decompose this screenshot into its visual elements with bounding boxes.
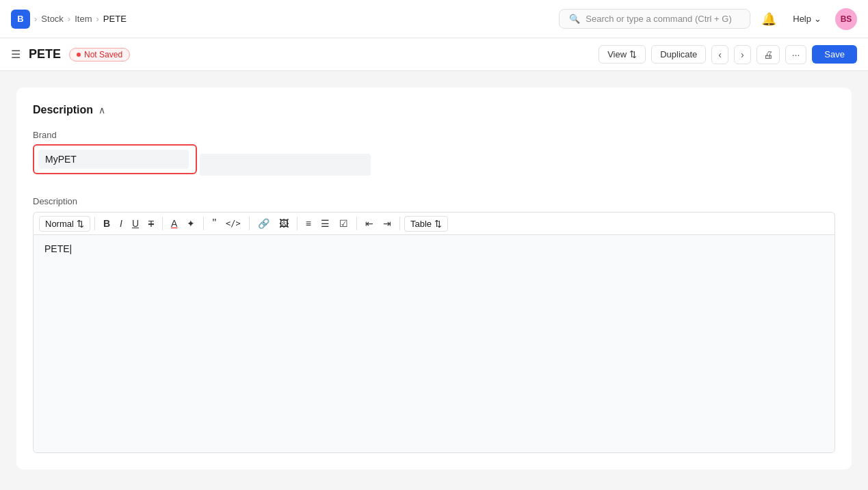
breadcrumb-current: PETE <box>103 14 127 24</box>
editor-area[interactable]: PETE <box>33 234 835 453</box>
breadcrumb-area: B › Stock › Item › PETE <box>11 10 127 29</box>
description-card: Description ∧ Brand Description Normal ⇅… <box>16 87 852 469</box>
divider-5 <box>297 217 298 230</box>
search-icon: 🔍 <box>569 14 580 24</box>
view-chevron-icon: ⇅ <box>629 49 637 59</box>
format-select[interactable]: Normal ⇅ <box>39 216 90 232</box>
bold-button[interactable]: B <box>99 216 114 231</box>
nav-right-area: 🔍 Search or type a command (Ctrl + G) 🔔 … <box>559 8 857 30</box>
breadcrumb-stock[interactable]: Stock <box>41 14 64 24</box>
help-button[interactable]: Help ⌄ <box>787 11 827 27</box>
table-chevron-icon: ⇅ <box>434 219 442 229</box>
divider-3 <box>203 217 204 230</box>
top-navigation: B › Stock › Item › PETE 🔍 Search or type… <box>0 0 868 38</box>
indent-left-button[interactable]: ⇤ <box>361 216 378 231</box>
help-label: Help <box>793 14 811 24</box>
badge-dot <box>77 53 81 57</box>
main-content: Description ∧ Brand Description Normal ⇅… <box>0 71 868 490</box>
section-header: Description ∧ <box>33 104 835 116</box>
next-button[interactable]: › <box>734 45 751 64</box>
indent-right-button[interactable]: ⇥ <box>379 216 395 231</box>
sep-2: › <box>68 14 70 24</box>
page-title: PETE <box>29 47 61 62</box>
brand-field-container: Brand <box>33 130 835 185</box>
brand-input[interactable] <box>38 150 189 169</box>
italic-button[interactable]: I <box>116 216 127 231</box>
divider-1 <box>94 217 95 230</box>
breadcrumb-item[interactable]: Item <box>75 14 92 24</box>
not-saved-badge: Not Saved <box>69 48 130 62</box>
section-title: Description <box>33 104 93 116</box>
sep-3: › <box>96 14 99 24</box>
search-placeholder: Search or type a command (Ctrl + G) <box>586 14 732 24</box>
format-label: Normal <box>45 219 74 229</box>
table-label: Table <box>410 219 432 229</box>
divider-6 <box>356 217 357 230</box>
description-label: Description <box>33 196 835 206</box>
sep-1: › <box>34 14 37 24</box>
underline-button[interactable]: U <box>128 216 143 231</box>
help-chevron-icon: ⌄ <box>814 14 821 24</box>
format-chevron-icon: ⇅ <box>77 219 84 229</box>
editor-content[interactable]: PETE <box>44 243 824 254</box>
unordered-list-button[interactable]: ☰ <box>317 216 334 231</box>
sec-nav-left: ☰ PETE Not Saved <box>11 47 130 62</box>
more-button[interactable]: ··· <box>785 45 807 64</box>
view-label: View <box>607 49 627 59</box>
duplicate-label: Duplicate <box>660 49 697 59</box>
strikethrough-button[interactable]: T̶ <box>144 217 158 231</box>
app-logo[interactable]: B <box>11 10 30 29</box>
editor-toolbar: Normal ⇅ B I U T̶ A ✦ " </> 🔗 🖼 ≡ ☰ ☑ ⇤ … <box>33 212 835 234</box>
divider-2 <box>162 217 163 230</box>
sec-nav-right: View ⇅ Duplicate ‹ › 🖨 ··· Save <box>599 45 857 64</box>
code-button[interactable]: </> <box>222 217 245 230</box>
menu-icon[interactable]: ☰ <box>11 48 21 61</box>
print-button[interactable]: 🖨 <box>757 45 780 64</box>
brand-field-highlight <box>33 144 197 174</box>
search-box[interactable]: 🔍 Search or type a command (Ctrl + G) <box>559 9 750 29</box>
secondary-navigation: ☰ PETE Not Saved View ⇅ Duplicate ‹ › 🖨 … <box>0 38 868 71</box>
divider-4 <box>249 217 250 230</box>
table-select[interactable]: Table ⇅ <box>404 216 448 232</box>
not-saved-label: Not Saved <box>84 50 122 59</box>
save-button[interactable]: Save <box>812 45 857 64</box>
brand-input-row <box>33 144 835 185</box>
image-button[interactable]: 🖼 <box>275 216 293 231</box>
blockquote-button[interactable]: " <box>208 215 220 232</box>
avatar[interactable]: BS <box>835 8 857 30</box>
collapse-icon[interactable]: ∧ <box>98 105 105 115</box>
notification-button[interactable]: 🔔 <box>759 9 779 29</box>
link-button[interactable]: 🔗 <box>254 216 274 231</box>
brand-extra-field[interactable] <box>200 154 371 176</box>
brand-label: Brand <box>33 130 835 140</box>
ordered-list-button[interactable]: ≡ <box>302 216 315 231</box>
view-button[interactable]: View ⇅ <box>599 45 646 64</box>
font-color-button[interactable]: A <box>167 216 181 231</box>
duplicate-button[interactable]: Duplicate <box>651 45 706 64</box>
prev-button[interactable]: ‹ <box>711 45 728 64</box>
highlight-button[interactable]: ✦ <box>183 216 199 231</box>
task-list-button[interactable]: ☑ <box>335 216 352 231</box>
divider-7 <box>399 217 400 230</box>
